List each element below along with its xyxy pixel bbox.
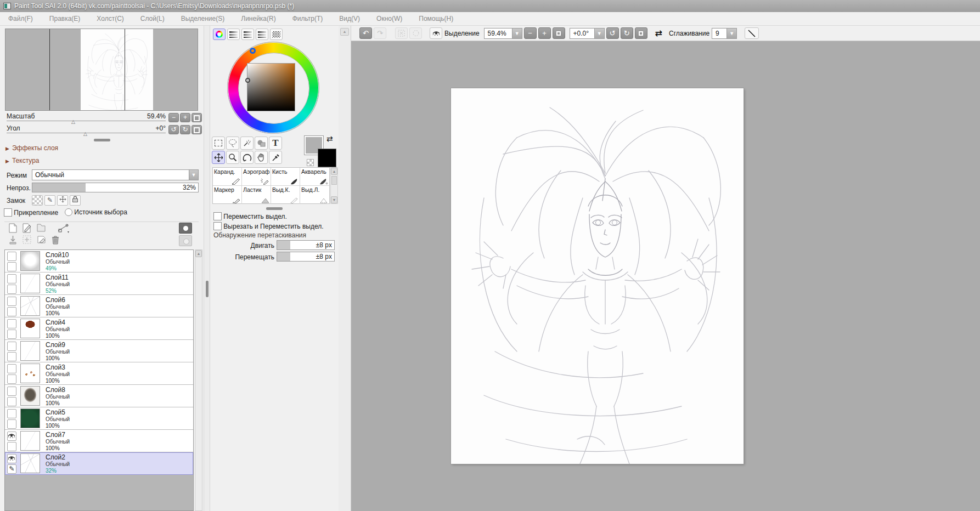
panel-divider[interactable] — [204, 26, 210, 511]
menu-window[interactable]: Окно(W) — [368, 15, 410, 22]
layer-row[interactable]: Слой7 Обычный 100% — [5, 430, 193, 452]
secondary-color-swatch[interactable] — [318, 149, 336, 167]
layer-lock-checkbox[interactable] — [7, 419, 16, 429]
eyedropper-tool[interactable] — [269, 151, 282, 164]
lasso-tool[interactable] — [226, 137, 239, 150]
layer-thumbnail[interactable] — [20, 274, 40, 293]
hue-marker[interactable] — [250, 48, 256, 54]
lock-pixels-button[interactable]: ✎ — [44, 195, 55, 206]
rotate-view-tool[interactable] — [240, 151, 254, 164]
layer-row[interactable]: Слой4 Обычный 100% — [5, 317, 193, 340]
rgb-slider-tab[interactable] — [227, 29, 240, 40]
lock-transparency-button[interactable] — [32, 195, 43, 206]
canvas-zoom-out-button[interactable]: − — [524, 27, 537, 39]
brush-watercolor[interactable]: Акварель — [300, 168, 329, 186]
layer-lock-checkbox[interactable] — [7, 352, 16, 361]
layer-visibility-checkbox[interactable] — [7, 274, 16, 283]
canvas-angle-reset-button[interactable] — [635, 27, 647, 39]
layer-visibility-checkbox[interactable] — [7, 252, 16, 261]
color-mixer-tab[interactable] — [256, 29, 268, 40]
panel-splitter[interactable] — [0, 139, 204, 141]
canvas-area[interactable]: ↶ ↷ Выделение 59.4% ▼ − + +0.0° ▼ ↺ ↻ ⇄ … — [351, 26, 980, 511]
layer-lock-checkbox[interactable] — [7, 262, 16, 271]
layer-visibility-checkbox[interactable] — [7, 454, 16, 463]
scroll-up-icon[interactable]: ▲ — [195, 250, 202, 257]
color-wheel-tab[interactable] — [213, 29, 226, 40]
canvas-rotate-ccw-button[interactable]: ↺ — [606, 27, 619, 39]
swap-colors-icon[interactable]: ⇄ — [326, 134, 333, 143]
transfer-down-button[interactable] — [21, 235, 33, 246]
scroll-up-icon[interactable]: ▲ — [331, 168, 337, 175]
lock-all-button[interactable] — [70, 195, 81, 206]
layer-row[interactable]: Слой10 Обычный 49% — [5, 250, 193, 272]
delete-layer-button[interactable] — [49, 235, 61, 246]
zoom-tool[interactable] — [226, 151, 239, 164]
lock-position-button[interactable] — [57, 195, 68, 206]
drag-move-input[interactable]: ±8 px — [277, 240, 335, 250]
layer-thumbnail[interactable] — [20, 341, 40, 361]
layer-row[interactable]: Слой6 Обычный 100% — [5, 295, 193, 317]
move-selection-checkbox[interactable]: Переместить выдел. — [213, 212, 287, 220]
navigator[interactable] — [5, 29, 198, 111]
chevron-down-icon[interactable]: ▼ — [512, 29, 522, 38]
new-layer-button[interactable] — [7, 223, 19, 234]
menu-selection[interactable]: Выделение(S) — [173, 15, 233, 22]
menu-edit[interactable]: Правка(E) — [41, 15, 89, 22]
zoom-slider[interactable]: Масштаб 59.4% △ — [7, 112, 166, 122]
layer-thumbnail[interactable] — [20, 364, 40, 383]
checkbox-box[interactable] — [213, 222, 222, 230]
canvas-angle-select[interactable]: +0.0° ▼ — [570, 28, 605, 39]
layer-thumbnail[interactable] — [20, 408, 40, 428]
chevron-down-icon[interactable]: ▼ — [726, 29, 736, 38]
layer-thumbnail[interactable] — [20, 251, 40, 271]
flip-horizontal-icon[interactable]: ⇄ — [655, 28, 662, 38]
magic-wand-tool[interactable] — [240, 137, 254, 150]
undo-button[interactable]: ↶ — [359, 27, 372, 39]
layer-visibility-checkbox[interactable] — [7, 431, 16, 441]
brush-palette-scrollbar[interactable]: ▲ ▼ — [330, 167, 338, 204]
selection-source-radio[interactable]: Источник выбора — [65, 208, 127, 216]
invert-selection-button[interactable] — [409, 27, 422, 39]
brush-airbrush[interactable]: Аэрограф — [242, 168, 271, 186]
new-linework-layer-button[interactable] — [21, 223, 33, 234]
brush-eraser[interactable]: Ластик — [242, 186, 271, 204]
opacity-slider[interactable]: 32% — [32, 183, 199, 192]
move-tool[interactable] — [212, 151, 225, 164]
angle-reset-button[interactable] — [192, 125, 202, 134]
clear-layer-button[interactable] — [35, 235, 47, 246]
drag-translate-input[interactable]: ±8 px — [277, 252, 335, 262]
layer-row[interactable]: Слой5 Обычный 100% — [5, 407, 193, 430]
menu-ruler[interactable]: Линейка(R) — [233, 15, 284, 22]
panel-splitter[interactable] — [210, 207, 339, 210]
layer-thumbnail[interactable] — [20, 431, 40, 451]
layer-row[interactable]: Слой3 Обычный 100% — [5, 362, 193, 385]
layer-thumbnail[interactable] — [20, 296, 40, 316]
menu-filter[interactable]: Фильтр(T) — [284, 15, 331, 22]
menu-layer[interactable]: Слой(L) — [132, 15, 173, 22]
canvas-rotate-cw-button[interactable]: ↻ — [621, 27, 633, 39]
collapse-panel-button[interactable]: ▲ — [340, 28, 349, 36]
new-folder-button[interactable] — [35, 223, 47, 234]
canvas-zoom-reset-button[interactable] — [553, 27, 565, 39]
layer-visibility-checkbox[interactable] — [7, 297, 16, 306]
hand-tool[interactable] — [255, 151, 268, 164]
checkbox-box[interactable] — [4, 208, 12, 217]
canvas-zoom-select[interactable]: 59.4% ▼ — [484, 28, 522, 39]
layer-effects-section[interactable]: ▶Эффекты слоя — [5, 144, 58, 152]
layer-visibility-checkbox[interactable] — [7, 364, 16, 373]
layer-thumbnail[interactable] — [20, 386, 40, 406]
layer-lock-checkbox[interactable] — [7, 442, 16, 451]
zoom-in-button[interactable]: + — [180, 113, 190, 122]
layer-thumbnail[interactable] — [20, 319, 40, 338]
layer-row-selected[interactable]: ✎ Слой2 Обычный 32% — [5, 452, 193, 475]
vector-ruler-button[interactable] — [55, 223, 72, 234]
brush-brush[interactable]: Кисть — [271, 168, 300, 186]
clipping-group-checkbox[interactable]: Прикрепление — [4, 208, 58, 217]
blend-mode-select[interactable]: Обычный ▼ — [32, 169, 199, 180]
layer-mask-button[interactable] — [179, 223, 192, 234]
transparent-color-swatch[interactable] — [307, 159, 314, 166]
layer-visibility-checkbox[interactable] — [7, 342, 16, 351]
menu-canvas[interactable]: Холст(C) — [88, 15, 132, 22]
apply-mask-button[interactable] — [179, 235, 192, 246]
saturation-value-square[interactable] — [247, 63, 295, 111]
